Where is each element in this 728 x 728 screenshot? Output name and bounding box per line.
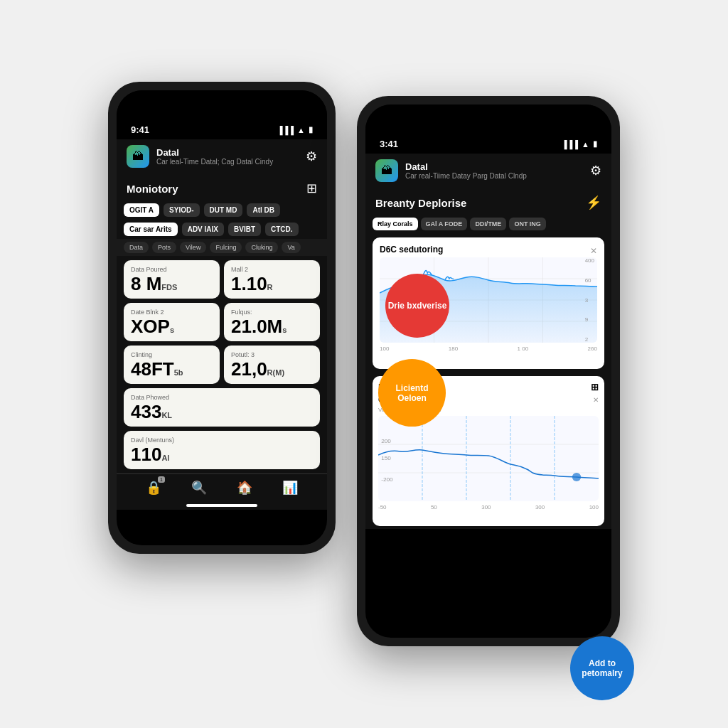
phone-left: 9:41 ▐▐▐ ▲ ▮ 🏔 DataI Car leal-Time Datal…: [108, 82, 336, 554]
chart-expand-1[interactable]: ✕: [590, 246, 597, 256]
x2-label-300a: 300: [481, 504, 491, 510]
tab-ogit[interactable]: OGIT A: [124, 203, 159, 217]
rtab-gal[interactable]: GAl A FODE: [421, 218, 468, 230]
metric-card-4: Fulqus: 21.0Ms: [224, 303, 320, 341]
filter-vilew[interactable]: Vilew: [180, 242, 206, 253]
callout-red[interactable]: Drie bxdverise: [385, 274, 449, 338]
tabs-row-1: OGIT A SYIOD- DUT MD Atl DB: [117, 200, 327, 220]
filter-pots[interactable]: Pots: [152, 242, 176, 253]
metric-value-2: 1.10R: [231, 274, 313, 293]
battery-icon-right: ▮: [593, 139, 597, 149]
y-label-2: 2: [585, 336, 594, 343]
nav-search-button[interactable]: 🔍: [191, 480, 207, 496]
enceotions-expand[interactable]: ⊞: [591, 382, 599, 392]
section-header-left: Moniotory ⊞: [117, 173, 327, 200]
app-title-left: DataI: [156, 147, 299, 158]
x2-label-50: 50: [431, 504, 437, 510]
x-label-260: 260: [588, 346, 597, 352]
metric-value-5: 48FT5b: [131, 360, 213, 378]
callout-orange[interactable]: LicientdOeloen: [378, 359, 446, 427]
tab-dut[interactable]: DUT MD: [204, 203, 243, 217]
time-left: 9:41: [131, 124, 149, 135]
settings-button-right[interactable]: ⚙: [590, 163, 601, 178]
expand-button-left[interactable]: ⊞: [306, 181, 317, 196]
chart-svg-2: 200 150 -200: [378, 416, 599, 501]
metric-card-5: Clinting 48FT5b: [124, 346, 220, 384]
filter-data[interactable]: Data: [124, 242, 149, 253]
y-label-400: 400: [585, 257, 594, 264]
chart-x-labels-2: -50 50 300 300 100: [378, 503, 599, 512]
metric-card-2: Mall 2 1.10R: [224, 260, 320, 299]
expand-button-right[interactable]: ⚡: [586, 195, 601, 210]
metric-label-3: Date Blnk 2: [131, 309, 213, 316]
filter-row: Data Pots Vilew Fulcing Cluking Va: [117, 239, 327, 256]
svg-text:150: 150: [381, 455, 391, 461]
metric-label-5: Clinting: [131, 351, 213, 358]
filter-cluking[interactable]: Cluking: [245, 242, 278, 253]
chart-x-labels-1: 100 180 1 00 260: [380, 344, 597, 353]
right-content: Breanty Deplorise ⚡ Rlay Corals GAl A FO…: [365, 188, 611, 529]
tab-ctcd[interactable]: CTCD.: [265, 223, 299, 236]
nav-lock-wrap: 🔒 1: [146, 480, 161, 496]
callout-blue[interactable]: Add topetomаlry: [570, 636, 634, 700]
app-title-block-right: DataI Car real-Tiime Datay Parg Datal Cl…: [405, 161, 583, 180]
chart2-expand[interactable]: ✕: [593, 396, 599, 404]
metric-value-6: 21,0R(M): [231, 360, 313, 378]
metrics-grid: Data Poured 8 MFDS Mall 2 1.10R Date Bln…: [117, 256, 327, 473]
wifi-icon-left: ▲: [297, 126, 305, 134]
metric-label-1: Data Poured: [131, 266, 213, 273]
status-icons-left: ▐▐▐ ▲ ▮: [277, 125, 313, 134]
nav-lock-button[interactable]: 🔒 1: [146, 480, 161, 496]
x2-label-100: 100: [589, 504, 599, 510]
metric-label-8: Davl (Mentuns): [131, 437, 313, 444]
tab-syiod[interactable]: SYIOD-: [164, 203, 199, 217]
app-logo-left: 🏔: [127, 145, 149, 168]
right-tabs-row: Rlay Corals GAl A FODE DDI/TME ONT ING: [365, 215, 611, 233]
svg-text:-200: -200: [381, 476, 393, 483]
dynamic-island-right: [453, 113, 524, 133]
tab-bvibt[interactable]: BVIBT: [228, 223, 261, 236]
rtab-ont[interactable]: ONT ING: [509, 218, 546, 230]
nav-home-button[interactable]: 🏠: [237, 480, 252, 496]
x2-label-neg50: -50: [378, 504, 387, 510]
nav-chart-button[interactable]: 📊: [282, 480, 298, 496]
svg-point-15: [572, 473, 581, 481]
rtab-rlay[interactable]: Rlay Corals: [373, 218, 418, 230]
metric-value-4: 21.0Ms: [231, 317, 313, 336]
metric-card-3: Date Blnk 2 XOPs: [124, 303, 220, 341]
metric-card-8: Davl (Mentuns) 110Al: [124, 431, 320, 469]
time-right: 3:41: [380, 139, 398, 149]
signal-icon-right: ▐▐▐: [562, 140, 578, 149]
filter-fulcing[interactable]: Fulcing: [210, 242, 242, 253]
rtab-ddi[interactable]: DDI/TME: [470, 218, 506, 230]
tabs-row-2: Car sar Arits ADV IAIX BVIBT CTCD.: [117, 220, 327, 239]
section-title-left: Moniotory: [127, 183, 178, 195]
section-title-right: Breanty Deplorise: [375, 197, 466, 209]
metric-value-8: 110Al: [131, 445, 313, 464]
filter-va[interactable]: Va: [282, 242, 300, 253]
metric-label-2: Mall 2: [231, 266, 313, 273]
x2-label-300b: 300: [535, 504, 545, 510]
chart-header-1: D6C sedutoring ✕: [380, 245, 597, 257]
bottom-nav-left: 🔒 1 🔍 🏠 📊: [117, 473, 327, 501]
metric-label-4: Fulqus:: [231, 309, 313, 316]
app-header-right: 🏔 DataI Car real-Tiime Datay Parg Datal …: [365, 154, 611, 188]
svg-text:200: 200: [381, 438, 391, 444]
chart-y-labels-1: 400 60 3 9 2: [585, 257, 594, 343]
metric-card-1: Data Poured 8 MFDS: [124, 260, 220, 299]
tab-adv[interactable]: ADV IAIX: [182, 223, 224, 236]
dynamic-island-left: [186, 99, 257, 119]
scroll-indicator-left: [186, 504, 257, 507]
chart-scroll-2: [460, 515, 517, 518]
y-label-3: 3: [585, 297, 594, 304]
status-icons-right: ▐▐▐ ▲ ▮: [562, 139, 597, 149]
metric-card-6: Potutl: 3 21,0R(M): [224, 346, 320, 384]
metric-value-7: 433KL: [131, 402, 313, 421]
wifi-icon-right: ▲: [582, 140, 589, 149]
metric-label-7: Data Phowed: [131, 394, 313, 401]
tab-atl[interactable]: Atl DB: [247, 203, 280, 217]
tab-carsar[interactable]: Car sar Arits: [124, 223, 178, 236]
app-title-right: DataI: [405, 161, 583, 172]
settings-button-left[interactable]: ⚙: [306, 149, 317, 164]
x-label-1-00: 1 00: [518, 346, 529, 352]
